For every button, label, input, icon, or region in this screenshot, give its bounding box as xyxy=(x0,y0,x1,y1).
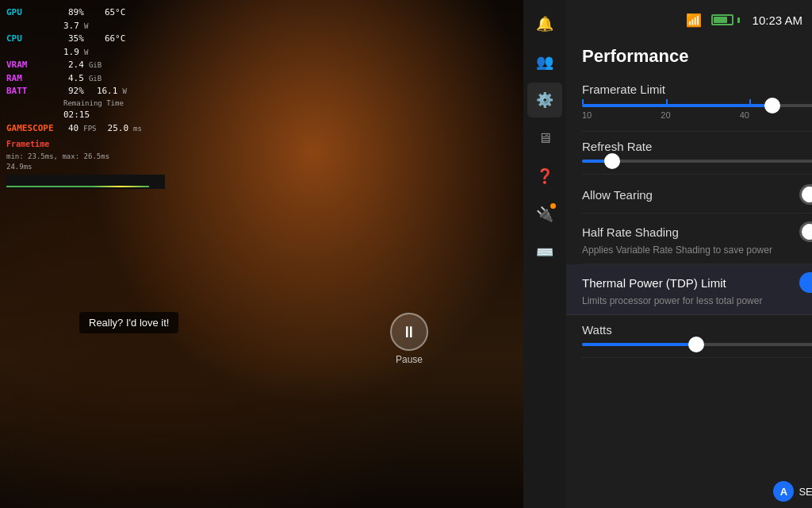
pause-button[interactable]: ⏸ Pause xyxy=(390,313,428,365)
tdp-sublabel: Limits processor power for less total po… xyxy=(582,295,812,306)
tick-40 xyxy=(749,99,751,104)
refresh-rate-header: Refresh Rate 40 xyxy=(582,140,812,153)
half-rate-header: Half Rate Shading xyxy=(582,221,812,242)
help-icon: ❓ xyxy=(536,167,553,185)
ram-val: 4.5 xyxy=(68,72,84,86)
gamescope-ms: 25.0 xyxy=(108,122,129,136)
refresh-rate-section: Refresh Rate 40 xyxy=(582,132,812,175)
gamescope-label: GAMESCOPE xyxy=(6,122,63,136)
sidebar-item-power[interactable]: 🔌 xyxy=(527,197,562,232)
framerate-label: Framerate Limit xyxy=(582,83,665,96)
watts-slider-track[interactable] xyxy=(582,343,812,346)
refresh-slider-thumb[interactable] xyxy=(604,153,620,169)
framerate-section: Framerate Limit 10 20 40 OFF xyxy=(582,78,812,132)
sidebar-item-friends[interactable]: 👥 xyxy=(527,44,562,79)
battery-fill xyxy=(714,17,728,23)
wifi-icon: 📶 xyxy=(686,13,702,28)
cpu-power-unit: W xyxy=(84,48,88,59)
frametime-label: Frametime xyxy=(6,140,49,148)
frametime-stats: min: 23.5ms, max: 26.5ms xyxy=(6,152,165,163)
refresh-rate-label: Refresh Rate xyxy=(582,140,652,153)
watts-section: Watts 9 xyxy=(582,315,812,358)
tick-20 xyxy=(666,99,668,104)
half-rate-label: Half Rate Shading xyxy=(582,225,679,239)
status-icons: 📶 xyxy=(686,13,740,28)
remaining-time: 02:15 xyxy=(63,109,90,122)
batt-label: BATT xyxy=(6,85,63,98)
pause-label: Pause xyxy=(396,354,423,365)
framerate-header: Framerate Limit xyxy=(582,83,812,96)
panel-title: Performance xyxy=(566,40,812,78)
tdp-section: Thermal Power (TDP) Limit Limits process… xyxy=(566,264,812,315)
allow-tearing-label: Allow Tearing xyxy=(582,188,653,202)
sidebar-item-keyboard[interactable]: ⌨️ xyxy=(527,235,562,270)
dialogue-bubble: Really? I'd love it! xyxy=(79,312,178,333)
ms-unit: ms xyxy=(133,124,142,135)
refresh-slider-track[interactable] xyxy=(582,160,812,163)
tdp-label: Thermal Power (TDP) Limit xyxy=(582,276,726,290)
sidebar-item-help[interactable]: ❓ xyxy=(527,159,562,194)
tdp-toggle[interactable] xyxy=(799,272,812,293)
framerate-slider-track[interactable] xyxy=(582,104,812,107)
bell-icon: 🔔 xyxy=(536,15,553,33)
gpu-power: 3.7 xyxy=(63,20,79,33)
framerate-slider-labels: 10 20 40 OFF xyxy=(582,110,812,120)
battery-bar xyxy=(711,14,733,25)
tick-10 xyxy=(582,99,584,104)
half-rate-toggle[interactable] xyxy=(799,221,812,242)
select-hint: A SELECT xyxy=(566,475,812,508)
frametime-avg: 24.9ms xyxy=(6,162,165,173)
frametime-section: Frametime min: 23.5ms, max: 26.5ms 24.9m… xyxy=(6,138,165,189)
a-button: A xyxy=(773,481,794,502)
batt-pct: 92% xyxy=(68,85,84,98)
watts-label: Watts xyxy=(582,323,612,337)
allow-tearing-toggle[interactable] xyxy=(799,184,812,205)
friends-icon: 👥 xyxy=(536,53,553,71)
panel-content: Framerate Limit 10 20 40 OFF xyxy=(566,78,812,475)
sidebar-item-settings[interactable]: ⚙️ xyxy=(527,83,562,117)
half-rate-section: Half Rate Shading Applies Variable Rate … xyxy=(582,214,812,264)
framerate-slider-fill xyxy=(582,104,772,107)
tdp-header: Thermal Power (TDP) Limit xyxy=(582,272,812,293)
watts-slider-thumb[interactable] xyxy=(688,337,704,352)
performance-panel: 📶 10:23 AM 🎮 Performance Framerate Limit xyxy=(566,0,812,508)
gear-icon: ⚙️ xyxy=(536,91,553,109)
gpu-pct: 89% xyxy=(68,6,84,20)
keyboard-icon: ⌨️ xyxy=(536,244,553,261)
cpu-power: 1.9 xyxy=(63,46,79,60)
cpu-label: CPU xyxy=(6,33,63,46)
game-viewport: GPU 89% 65°C 3.7 W CPU 35% 66°C 1.9 W VR… xyxy=(0,0,523,508)
ram-label: RAM xyxy=(6,72,63,86)
battery-indicator xyxy=(711,14,740,25)
gpu-power-unit: W xyxy=(84,21,88,33)
dialogue-text: Really? I'd love it! xyxy=(89,317,169,329)
sidebar-item-notifications[interactable]: 🔔 xyxy=(527,6,562,41)
hud-overlay: GPU 89% 65°C 3.7 W CPU 35% 66°C 1.9 W VR… xyxy=(6,6,165,189)
clock: 10:23 AM xyxy=(753,13,802,27)
battery-tip xyxy=(737,17,740,23)
label-20: 20 xyxy=(661,110,670,120)
gpu-label: GPU xyxy=(6,6,63,20)
frametime-line xyxy=(6,186,149,187)
vram-label: VRAM xyxy=(6,59,63,72)
gpu-temp: 65°C xyxy=(105,6,126,20)
framerate-slider-thumb[interactable] xyxy=(764,98,780,114)
frametime-graph xyxy=(6,175,165,189)
watts-slider-fill xyxy=(582,343,696,346)
half-rate-sublabel: Applies Variable Rate Shading to save po… xyxy=(582,244,812,256)
ram-unit: GiB xyxy=(89,74,102,85)
sidebar-item-display[interactable]: 🖥 xyxy=(527,121,562,156)
batt-power: 16.1 xyxy=(97,85,118,98)
half-rate-knob xyxy=(802,224,812,240)
vram-unit: GiB xyxy=(89,60,102,71)
cpu-temp: 66°C xyxy=(105,33,126,46)
fps-unit: FPS xyxy=(83,124,96,135)
cpu-pct: 35% xyxy=(68,33,84,46)
pause-icon: ⏸ xyxy=(390,313,428,351)
sidebar: 🔔 👥 ⚙️ 🖥 ❓ 🔌 ⌨️ xyxy=(523,0,566,508)
gamescope-fps: 40 xyxy=(68,122,79,136)
notification-dot xyxy=(550,203,556,209)
batt-power-unit: W xyxy=(122,87,126,98)
label-40: 40 xyxy=(740,110,749,120)
display-icon: 🖥 xyxy=(538,130,552,147)
